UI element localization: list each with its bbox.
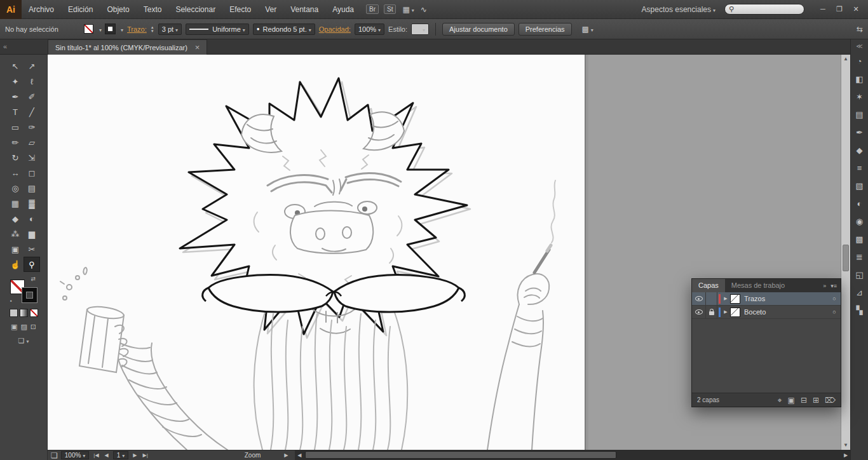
graphic-styles-panel-icon[interactable]: ▩: [855, 234, 863, 245]
swatches-panel-icon[interactable]: ▤: [855, 110, 863, 121]
transform-panel-icon[interactable]: ⊿: [856, 288, 863, 299]
locate-object-icon[interactable]: ⌖: [778, 396, 782, 405]
menu-seleccionar[interactable]: Seleccionar: [168, 0, 222, 19]
swap-fill-stroke-icon[interactable]: ⇄: [31, 276, 36, 282]
zoom-tool[interactable]: ⚲: [24, 257, 40, 272]
menu-texto[interactable]: Texto: [137, 0, 169, 19]
layer-lock-icon[interactable]: [706, 306, 717, 318]
menu-ver[interactable]: Ver: [258, 0, 283, 19]
zoom-level-select[interactable]: 100%: [61, 451, 90, 459]
direct-selection-tool[interactable]: ↗: [24, 58, 40, 74]
stroke-panel-link[interactable]: Trazo:: [127, 25, 147, 33]
screen-mode-icon[interactable]: ❏: [0, 337, 47, 345]
bridge-icon[interactable]: Br: [366, 4, 379, 14]
free-transform-tool[interactable]: ◻: [24, 165, 40, 180]
menu-efecto[interactable]: Efecto: [222, 0, 258, 19]
opacity-panel-link[interactable]: Opacidad:: [319, 25, 351, 33]
none-button[interactable]: [30, 309, 38, 317]
appearance-panel-icon[interactable]: ◉: [856, 217, 863, 227]
document-tab[interactable]: Sin título-1* al 100% (CMYK/Previsualiza…: [48, 39, 207, 55]
collapse-toolbar-icon[interactable]: «: [3, 43, 7, 50]
draw-inside-icon[interactable]: ⊡: [31, 323, 36, 331]
slice-tool[interactable]: ✂: [24, 241, 40, 257]
select-similar-icon[interactable]: ▩: [582, 25, 593, 34]
menu-ayuda[interactable]: Ayuda: [325, 0, 361, 19]
menu-objeto[interactable]: Objeto: [100, 0, 136, 19]
layer-visibility-eye-icon[interactable]: [692, 306, 706, 318]
stroke-width-select[interactable]: 3 pt: [158, 24, 182, 35]
delete-layer-icon[interactable]: ⌦: [825, 396, 836, 405]
scroll-up-arrow-icon[interactable]: ▲: [841, 55, 850, 64]
shape-builder-tool[interactable]: ◎: [7, 180, 24, 196]
menu-edicin[interactable]: Edición: [61, 0, 100, 19]
mesh-tool[interactable]: ▦: [7, 196, 24, 211]
brushes-panel-icon[interactable]: ✒: [856, 128, 863, 139]
blob-brush-tool[interactable]: ✐: [24, 89, 40, 104]
eyedropper-tool[interactable]: ◆: [7, 211, 24, 226]
close-tab-icon[interactable]: ×: [195, 43, 200, 52]
panel-toggle-icon[interactable]: ⇆: [857, 25, 863, 34]
fill-swatch-arrow-icon[interactable]: [97, 25, 102, 33]
eraser-tool[interactable]: ▱: [24, 135, 40, 150]
layer-lock-icon[interactable]: [706, 292, 717, 305]
layer-row-trazos[interactable]: ▶Trazos○: [692, 292, 841, 306]
scroll-down-arrow-icon[interactable]: ▼: [841, 441, 850, 450]
color-guide-panel-icon[interactable]: ✶: [856, 92, 863, 103]
type-tool[interactable]: T: [7, 104, 24, 119]
line-segment-tool[interactable]: ╱: [24, 104, 40, 119]
scale-tool[interactable]: ⇲: [24, 150, 40, 165]
hand-tool[interactable]: ☝: [7, 257, 24, 272]
menu-archivo[interactable]: Archivo: [22, 0, 61, 19]
gradient-tool[interactable]: ▓: [24, 196, 40, 211]
app-logo-ai[interactable]: Ai: [0, 0, 22, 19]
layer-name[interactable]: Trazos: [744, 295, 828, 302]
menu-ventana[interactable]: Ventana: [283, 0, 325, 19]
layer-thumbnail[interactable]: [730, 308, 740, 317]
layer-target-circle-icon[interactable]: ○: [828, 309, 841, 315]
next-artboard-button[interactable]: ▶: [132, 452, 138, 458]
width-tool[interactable]: ↔: [7, 165, 24, 180]
artboard-number-select[interactable]: 1: [113, 451, 129, 459]
horizontal-scrollbar[interactable]: ◀ ▶: [295, 450, 850, 460]
dock-expand-icon[interactable]: ≪: [856, 43, 862, 50]
links-panel-icon[interactable]: ▚: [857, 306, 863, 316]
make-clipping-mask-icon[interactable]: ▣: [788, 396, 795, 405]
layer-name[interactable]: Boceto: [744, 308, 828, 316]
scroll-left-arrow-icon[interactable]: ◀: [295, 450, 304, 460]
horizontal-scroll-thumb[interactable]: [305, 451, 616, 459]
panel-menu-icon[interactable]: ▾≡: [831, 283, 837, 289]
transparency-panel-icon[interactable]: ◐: [857, 199, 862, 210]
restore-button[interactable]: ❐: [831, 5, 848, 13]
stroke-panel-icon[interactable]: ≡: [857, 163, 862, 174]
tab-capas[interactable]: Capas: [692, 279, 725, 292]
style-select[interactable]: [411, 24, 429, 35]
vertical-scrollbar[interactable]: ▲ ▼: [841, 55, 850, 450]
stroke-swatch[interactable]: [105, 24, 115, 34]
magic-wand-tool[interactable]: ✦: [7, 74, 24, 89]
color-button[interactable]: [10, 309, 18, 317]
artboard-tool[interactable]: ▣: [7, 241, 24, 257]
navigator-panel-icon[interactable]: ◔: [857, 57, 862, 67]
gradient-button[interactable]: [20, 309, 28, 317]
last-artboard-button[interactable]: ▶|: [141, 452, 149, 458]
rectangle-tool[interactable]: ▭: [7, 119, 24, 135]
color-panel-icon[interactable]: ◧: [855, 74, 863, 85]
rotate-tool[interactable]: ↻: [7, 150, 24, 165]
stock-icon[interactable]: St: [384, 4, 396, 14]
search-box[interactable]: ⚲: [724, 4, 804, 15]
new-sublayer-icon[interactable]: ⊟: [801, 396, 807, 405]
draw-behind-icon[interactable]: ▨: [20, 323, 27, 331]
pencil-tool[interactable]: ✏: [7, 135, 24, 150]
prev-artboard-button[interactable]: ◀: [104, 452, 110, 458]
vertical-scroll-thumb[interactable]: [843, 245, 849, 271]
fill-stroke-indicator[interactable]: ⇄ ▪: [10, 277, 37, 302]
lasso-tool[interactable]: ℓ: [24, 74, 40, 89]
symbol-sprayer-tool[interactable]: ⁂: [7, 226, 24, 241]
cs-live-icon[interactable]: ∿: [421, 5, 427, 14]
brush-select[interactable]: ●Redondo 5 pt.: [253, 24, 315, 35]
new-layer-icon[interactable]: ⊞: [813, 396, 819, 405]
stroke-swatch-arrow-icon[interactable]: [119, 25, 123, 33]
selection-tool[interactable]: ↖: [7, 58, 24, 74]
layer-expand-arrow-icon[interactable]: ▶: [722, 309, 729, 315]
fit-document-button[interactable]: Ajustar documento: [442, 23, 515, 36]
